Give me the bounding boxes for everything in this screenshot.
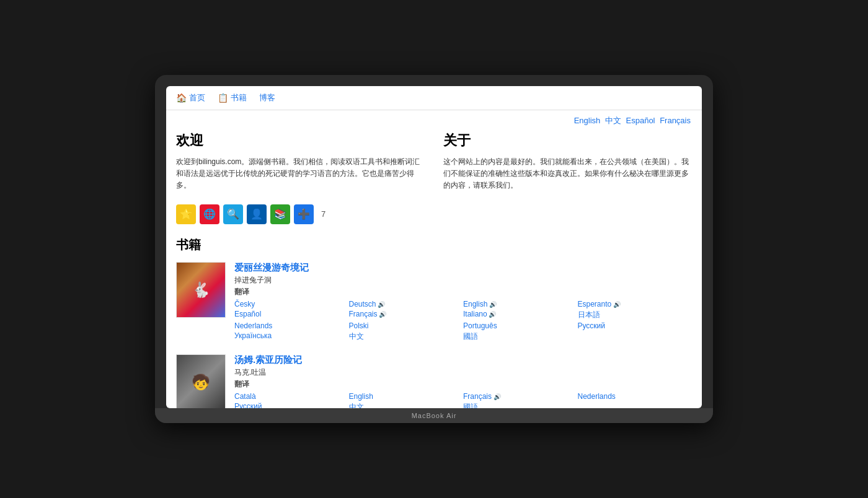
social-renren[interactable]: 👤 [247, 204, 267, 224]
book-title-tom[interactable]: 汤姆.索亚历险记 [234, 354, 692, 366]
social-add[interactable]: ➕ [294, 204, 314, 224]
book-item-tom: 🧒汤姆.索亚历险记马克.吐温翻译CatalàEnglishFrançaisNed… [176, 354, 692, 408]
book-lang-espaol[interactable]: Español [234, 310, 349, 320]
book-lang-nederlands[interactable]: Nederlands [234, 321, 349, 330]
navigation: 🏠 首页 📋 书籍 博客 [166, 86, 702, 110]
language-switcher: English 中文 Español Français [166, 110, 702, 131]
social-count: 7 [317, 209, 329, 219]
intro-section: 欢迎 欢迎到bilinguis.com。源端侧书籍。我们相信，阅读双语工具书和推… [176, 131, 692, 192]
lang-chinese[interactable]: 中文 [605, 116, 621, 125]
laptop-label: MacBook Air [412, 412, 457, 419]
books-icon: 📋 [218, 93, 228, 103]
book-lang-esky[interactable]: Česky [234, 300, 349, 308]
social-douban[interactable]: 📚 [270, 204, 290, 224]
nav-home[interactable]: 🏠 首页 [176, 92, 205, 103]
main-content: 欢迎 欢迎到bilinguis.com。源端侧书籍。我们相信，阅读双语工具书和推… [166, 131, 702, 408]
book-langs-alice: ČeskyDeutschEnglishEsperantoEspañolFranç… [234, 300, 692, 342]
welcome-section: 欢迎 欢迎到bilinguis.com。源端侧书籍。我们相信，阅读双语工具书和推… [176, 131, 425, 192]
book-lang-[interactable]: 日本語 [578, 310, 693, 320]
books-section-title: 书籍 [176, 237, 692, 253]
nav-books-label: 书籍 [231, 92, 247, 103]
about-title: 关于 [443, 131, 692, 150]
welcome-title: 欢迎 [176, 131, 425, 150]
home-icon: 🏠 [176, 93, 187, 103]
lang-spanish[interactable]: Español [626, 116, 655, 125]
book-lang-portugus[interactable]: Português [463, 321, 578, 330]
book-lang-[interactable]: 中文 [349, 402, 464, 408]
book-lang-polski[interactable]: Polski [349, 321, 464, 330]
book-info-tom: 汤姆.索亚历险记马克.吐温翻译CatalàEnglishFrançaisNede… [234, 354, 692, 408]
book-translate-label-tom: 翻译 [234, 379, 692, 390]
book-info-alice: 爱丽丝漫游奇境记掉进兔子洞翻译ČeskyDeutschEnglishEspera… [234, 262, 692, 342]
book-subtitle-tom: 马克.吐温 [234, 367, 692, 378]
book-lang-nederlands[interactable]: Nederlands [578, 392, 693, 401]
book-lang-[interactable]: 中文 [349, 331, 464, 342]
about-text: 这个网站上的内容是最好的。我们就能看出来，在公共领域（在美国）。我们不能保证的准… [443, 156, 692, 192]
book-lang-[interactable]: 國語 [463, 402, 578, 408]
book-item-alice: 🐇爱丽丝漫游奇境记掉进兔子洞翻译ČeskyDeutschEnglishEsper… [176, 262, 692, 342]
nav-blog-label: 博客 [259, 92, 275, 103]
book-title-alice[interactable]: 爱丽丝漫游奇境记 [234, 262, 692, 274]
laptop-base: MacBook Air [155, 408, 713, 423]
welcome-text: 欢迎到bilinguis.com。源端侧书籍。我们相信，阅读双语工具书和推断词汇… [176, 156, 425, 192]
book-lang-english[interactable]: English [463, 300, 578, 308]
books-list: 🐇爱丽丝漫游奇境记掉进兔子洞翻译ČeskyDeutschEnglishEsper… [176, 262, 692, 408]
social-360[interactable]: 🔍 [223, 204, 243, 224]
book-translate-label-alice: 翻译 [234, 287, 692, 297]
book-lang-deutsch[interactable]: Deutsch [349, 300, 464, 308]
social-weibo[interactable]: 🌐 [200, 204, 219, 224]
book-lang-catal[interactable]: Català [234, 392, 349, 401]
social-star[interactable]: ⭐ [176, 204, 196, 224]
book-lang-italiano[interactable]: Italiano [463, 310, 578, 320]
book-subtitle-alice: 掉进兔子洞 [234, 275, 692, 286]
book-lang-[interactable]: Українська [234, 331, 349, 342]
book-lang-esperanto[interactable]: Esperanto [578, 300, 693, 308]
book-lang-[interactable]: Русский [578, 321, 693, 330]
social-bar: ⭐ 🌐 🔍 👤 📚 ➕ 7 [176, 204, 692, 224]
lang-french[interactable]: Français [660, 116, 691, 125]
book-cover-alice: 🐇 [176, 262, 226, 318]
nav-blog[interactable]: 博客 [259, 92, 275, 103]
nav-home-label: 首页 [189, 92, 205, 103]
book-lang-franais[interactable]: Français [463, 392, 578, 401]
book-lang-english[interactable]: English [349, 392, 464, 401]
lang-english[interactable]: English [574, 116, 601, 125]
book-lang-[interactable]: Русский [234, 402, 349, 408]
book-cover-tom: 🧒 [176, 354, 226, 408]
about-section: 关于 这个网站上的内容是最好的。我们就能看出来，在公共领域（在美国）。我们不能保… [443, 131, 692, 192]
book-langs-tom: CatalàEnglishFrançaisNederlandsРусский中文… [234, 392, 692, 408]
book-lang-franais[interactable]: Français [349, 310, 464, 320]
nav-books[interactable]: 📋 书籍 [218, 92, 247, 103]
book-lang-[interactable]: 國語 [463, 331, 578, 342]
